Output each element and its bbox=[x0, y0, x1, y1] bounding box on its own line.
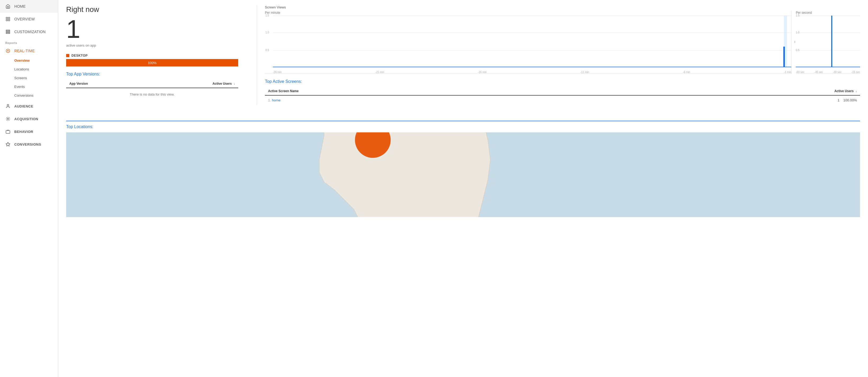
screen-percent: 100.00% bbox=[843, 98, 857, 102]
customization-icon bbox=[5, 29, 10, 34]
sec-label-2: -45 sec bbox=[814, 71, 823, 74]
device-dot bbox=[66, 54, 69, 57]
svg-rect-2 bbox=[8, 20, 10, 21]
map-svg bbox=[66, 133, 860, 217]
svg-rect-0 bbox=[6, 17, 7, 19]
sec-label-3: -30 sec bbox=[833, 71, 841, 74]
reports-section-label: Reports bbox=[0, 38, 58, 46]
sidebar-item-overview-sub[interactable]: Overview bbox=[0, 56, 58, 65]
device-bar: 100% bbox=[66, 59, 238, 66]
x-label-1: -26 min bbox=[273, 71, 282, 74]
customization-label: CUSTOMIZATION bbox=[14, 30, 46, 34]
top-locations-title[interactable]: Top Locations: bbox=[66, 124, 860, 129]
behavior-label: BEHAVIOR bbox=[14, 130, 33, 134]
svg-line-17 bbox=[6, 120, 7, 120]
screen-sort-icon: ↓ bbox=[856, 90, 857, 93]
sidebar-item-screens[interactable]: Screens bbox=[0, 74, 58, 82]
svg-rect-4 bbox=[6, 30, 10, 31]
svg-rect-5 bbox=[6, 31, 10, 32]
sidebar-item-conversions-sub[interactable]: Conversions bbox=[0, 91, 58, 100]
sidebar-item-home[interactable]: HOME bbox=[0, 0, 58, 13]
sidebar-item-events[interactable]: Events bbox=[0, 82, 58, 91]
main-content: Right now 1 active users on app DESKTOP … bbox=[58, 0, 868, 377]
sec-label-4: -15 sec bbox=[851, 71, 860, 74]
sidebar-item-audience[interactable]: AUDIENCE bbox=[0, 100, 58, 113]
screen-name-col: Active Screen Name bbox=[265, 87, 599, 95]
no-data-cell: There is no data for this view. bbox=[66, 88, 238, 100]
svg-point-9 bbox=[7, 104, 9, 106]
device-name: DESKTOP bbox=[71, 54, 88, 57]
svg-point-10 bbox=[7, 118, 9, 120]
sort-icon: ↓ bbox=[234, 82, 235, 85]
x-label-6: -1 min bbox=[784, 71, 791, 74]
svg-rect-19 bbox=[6, 130, 10, 134]
sidebar-item-overview[interactable]: OVERVIEW bbox=[0, 13, 58, 25]
screen-row-num-cell: 1. home bbox=[265, 95, 599, 105]
sidebar-item-locations[interactable]: Locations bbox=[0, 65, 58, 74]
device-percent: 100% bbox=[148, 61, 156, 65]
top-locations-section: Top Locations: bbox=[66, 121, 860, 217]
sec-label-1: -60 sec bbox=[796, 71, 805, 74]
table-row: 1. home 1 100.00% bbox=[265, 95, 860, 105]
top-active-screens: Top Active Screens: Active Screen Name A… bbox=[265, 79, 860, 105]
overview-label: OVERVIEW bbox=[14, 17, 35, 21]
audience-icon bbox=[5, 104, 10, 109]
home-label: HOME bbox=[14, 4, 26, 8]
right-panel: Screen Views Per minute 1.5 bbox=[257, 5, 860, 105]
top-app-versions: Top App Versions: App Version Active Use… bbox=[66, 72, 238, 100]
per-minute-chart: Per minute 1.5 1.0 bbox=[265, 11, 791, 74]
x-label-3: -16 min bbox=[478, 71, 487, 74]
svg-rect-3 bbox=[6, 20, 7, 21]
per-minute-area: 1.5 1.0 0.5 bbox=[265, 16, 791, 74]
app-version-col: App Version bbox=[66, 80, 146, 88]
sidebar-item-conversions[interactable]: CONVERSIONS bbox=[0, 138, 58, 151]
active-label: active users on app bbox=[66, 44, 238, 48]
map-container bbox=[66, 133, 860, 217]
sidebar-item-acquisition[interactable]: ACQUISITION bbox=[0, 113, 58, 125]
conversions-label: CONVERSIONS bbox=[14, 142, 41, 146]
x-label-5: -6 min bbox=[683, 71, 690, 74]
acquisition-icon bbox=[5, 116, 10, 121]
home-icon bbox=[5, 4, 10, 9]
active-count: 1 bbox=[66, 17, 238, 42]
charts-row: Per minute 1.5 1.0 bbox=[265, 11, 860, 74]
top-active-screens-title[interactable]: Top Active Screens: bbox=[265, 79, 860, 84]
screen-name-link[interactable]: home bbox=[272, 98, 280, 102]
per-minute-label: Per minute bbox=[265, 11, 791, 14]
per-second-area: 1.5 1.0 0.5 bbox=[796, 16, 860, 74]
screen-active-count: 1 bbox=[838, 98, 839, 102]
per-second-label: Per second bbox=[796, 11, 860, 14]
screen-users-cell: 1 100.00% bbox=[599, 95, 860, 105]
svg-line-13 bbox=[6, 117, 7, 118]
sidebar-item-behavior[interactable]: BEHAVIOR bbox=[0, 125, 58, 138]
svg-rect-1 bbox=[8, 17, 10, 19]
sidebar-item-realtime[interactable]: REAL-TIME bbox=[0, 46, 58, 56]
realtime-label: REAL-TIME bbox=[14, 49, 35, 53]
screen-row-num: 1. bbox=[268, 98, 271, 102]
behavior-icon bbox=[5, 129, 10, 134]
svg-line-14 bbox=[9, 120, 9, 120]
screen-users-col: Active Users ↓ bbox=[599, 87, 860, 95]
active-users-col: Active Users ↓ bbox=[146, 80, 238, 88]
svg-marker-20 bbox=[6, 142, 10, 146]
device-bar-container: DESKTOP 100% bbox=[66, 54, 238, 66]
right-now-title: Right now bbox=[66, 5, 238, 14]
sidebar: HOME OVERVIEW CUSTOMIZATION Reports REAL… bbox=[0, 0, 58, 377]
active-screens-table: Active Screen Name Active Users ↓ bbox=[265, 87, 860, 105]
device-label-row: DESKTOP bbox=[66, 54, 238, 57]
svg-rect-6 bbox=[6, 33, 10, 34]
x-label-2: -21 min bbox=[375, 71, 384, 74]
overview-icon bbox=[5, 17, 10, 22]
conversions-icon bbox=[5, 142, 10, 147]
x-label-4: -11 min bbox=[580, 71, 589, 74]
left-panel: Right now 1 active users on app DESKTOP … bbox=[66, 5, 246, 105]
app-versions-table: App Version Active Users ↓ There is no d… bbox=[66, 80, 238, 100]
top-row: Right now 1 active users on app DESKTOP … bbox=[66, 5, 860, 105]
sidebar-item-customization[interactable]: CUSTOMIZATION bbox=[0, 25, 58, 38]
table-row: There is no data for this view. bbox=[66, 88, 238, 100]
top-app-versions-title[interactable]: Top App Versions: bbox=[66, 72, 238, 77]
acquisition-label: ACQUISITION bbox=[14, 117, 38, 121]
realtime-section: Right now 1 active users on app DESKTOP … bbox=[58, 0, 868, 377]
per-second-chart: Per second 1.5 1.0 0.5 bbox=[791, 11, 860, 74]
screen-views-label: Screen Views bbox=[265, 5, 860, 9]
